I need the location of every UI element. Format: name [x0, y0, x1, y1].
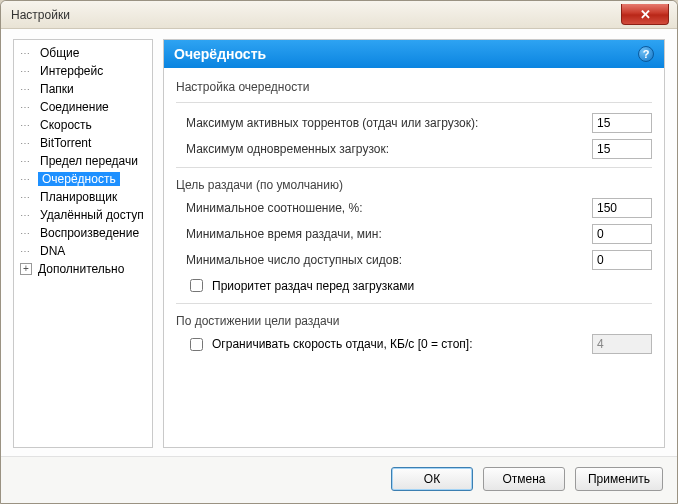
close-icon: ✕	[640, 7, 651, 22]
max-downloads-input[interactable]	[592, 139, 652, 159]
button-bar: ОК Отмена Применить	[1, 456, 677, 503]
min-seeds-input[interactable]	[592, 250, 652, 270]
tree-branch-icon: ⋯	[20, 210, 36, 221]
min-ratio-label: Минимальное соотношение, %:	[186, 201, 363, 215]
window-title: Настройки	[11, 8, 70, 22]
tree-item-remote[interactable]: ⋯Удалённый доступ	[16, 206, 150, 224]
tree-item-scheduler[interactable]: ⋯Планировщик	[16, 188, 150, 206]
titlebar: Настройки ✕	[1, 1, 677, 29]
tree-item-bittorrent[interactable]: ⋯BitTorrent	[16, 134, 150, 152]
tree-branch-icon: ⋯	[20, 228, 36, 239]
content-area: ⋯Общие ⋯Интерфейс ⋯Папки ⋯Соединение ⋯Ск…	[1, 29, 677, 456]
limit-upload-input	[592, 334, 652, 354]
tree-branch-icon: ⋯	[20, 246, 36, 257]
min-time-input[interactable]	[592, 224, 652, 244]
tree-item-interface[interactable]: ⋯Интерфейс	[16, 62, 150, 80]
tree-branch-icon: ⋯	[20, 138, 36, 149]
tree-branch-icon: ⋯	[20, 84, 36, 95]
panel-body: Настройка очередности Максимум активных …	[164, 68, 664, 362]
tree-item-transfer-cap[interactable]: ⋯Предел передачи	[16, 152, 150, 170]
group-queue-settings: Настройка очередности	[176, 80, 652, 94]
panel-header: Очерёдность ?	[164, 40, 664, 68]
max-downloads-label: Максимум одновременных загрузок:	[186, 142, 389, 156]
tree-branch-icon: ⋯	[20, 48, 36, 59]
help-icon[interactable]: ?	[638, 46, 654, 62]
category-tree: ⋯Общие ⋯Интерфейс ⋯Папки ⋯Соединение ⋯Ск…	[13, 39, 153, 448]
row-seed-priority: Приоритет раздач перед загрузками	[176, 276, 652, 295]
tree-branch-icon: ⋯	[20, 102, 36, 113]
group-on-goal: По достижении цели раздачи	[176, 314, 652, 328]
expand-icon[interactable]: +	[20, 263, 32, 275]
limit-upload-check-wrap: Ограничивать скорость отдачи, КБ/с [0 = …	[186, 335, 473, 354]
tree-branch-icon: ⋯	[20, 174, 36, 185]
limit-upload-checkbox[interactable]	[190, 338, 203, 351]
group-seed-goal: Цель раздачи (по умолчанию)	[176, 178, 652, 192]
min-seeds-label: Минимальное число доступных сидов:	[186, 253, 402, 267]
tree-item-queueing[interactable]: ⋯Очерёдность	[16, 170, 150, 188]
tree-item-playback[interactable]: ⋯Воспроизведение	[16, 224, 150, 242]
tree-item-advanced[interactable]: +Дополнительно	[16, 260, 150, 278]
tree-item-connection[interactable]: ⋯Соединение	[16, 98, 150, 116]
tree-item-dna[interactable]: ⋯DNA	[16, 242, 150, 260]
max-active-input[interactable]	[592, 113, 652, 133]
close-button[interactable]: ✕	[621, 4, 669, 25]
max-active-label: Максимум активных торрентов (отдач или з…	[186, 116, 478, 130]
settings-window: Настройки ✕ ⋯Общие ⋯Интерфейс ⋯Папки ⋯Со…	[0, 0, 678, 504]
min-time-label: Минимальное время раздачи, мин:	[186, 227, 382, 241]
tree-branch-icon: ⋯	[20, 192, 36, 203]
limit-upload-label: Ограничивать скорость отдачи, КБ/с [0 = …	[212, 337, 473, 351]
tree-item-folders[interactable]: ⋯Папки	[16, 80, 150, 98]
row-max-active: Максимум активных торрентов (отдач или з…	[176, 113, 652, 133]
tree-item-speed[interactable]: ⋯Скорость	[16, 116, 150, 134]
min-ratio-input[interactable]	[592, 198, 652, 218]
apply-button[interactable]: Применить	[575, 467, 663, 491]
row-limit-upload: Ограничивать скорость отдачи, КБ/с [0 = …	[176, 334, 652, 354]
row-min-ratio: Минимальное соотношение, %:	[176, 198, 652, 218]
tree-branch-icon: ⋯	[20, 120, 36, 131]
seed-priority-checkbox[interactable]	[190, 279, 203, 292]
row-min-seeds: Минимальное число доступных сидов:	[176, 250, 652, 270]
divider	[176, 303, 652, 304]
ok-button[interactable]: ОК	[391, 467, 473, 491]
settings-panel: Очерёдность ? Настройка очередности Макс…	[163, 39, 665, 448]
seed-priority-label: Приоритет раздач перед загрузками	[212, 279, 414, 293]
divider	[176, 102, 652, 103]
tree-item-general[interactable]: ⋯Общие	[16, 44, 150, 62]
row-min-time: Минимальное время раздачи, мин:	[176, 224, 652, 244]
panel-title: Очерёдность	[174, 46, 266, 62]
cancel-button[interactable]: Отмена	[483, 467, 565, 491]
row-max-downloads: Максимум одновременных загрузок:	[176, 139, 652, 159]
divider	[176, 167, 652, 168]
tree-branch-icon: ⋯	[20, 66, 36, 77]
tree-branch-icon: ⋯	[20, 156, 36, 167]
